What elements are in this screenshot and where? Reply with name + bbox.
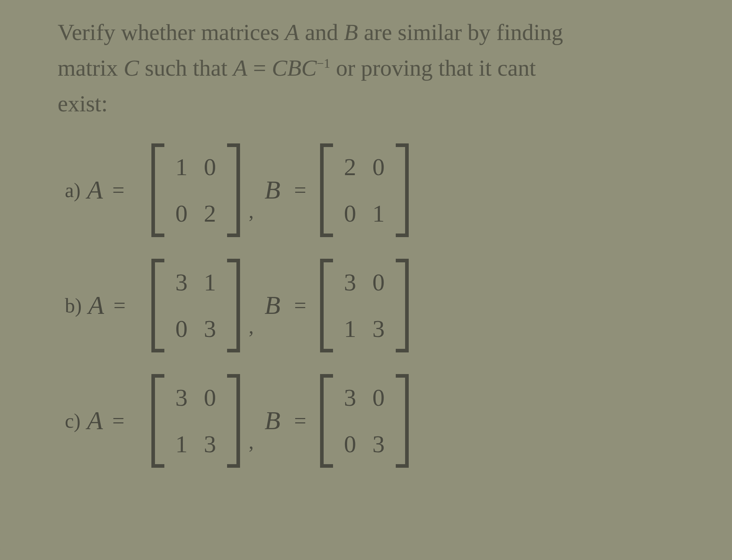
matrix-cell: 0 [176, 316, 188, 341]
eq-equals: = [247, 55, 272, 81]
matrix-cell: 0 [176, 201, 188, 226]
bracket-right-icon [226, 374, 240, 468]
bracket-right-icon [395, 374, 409, 468]
matrix-A: 3 1 0 3 [151, 259, 240, 352]
bracket-left-icon [320, 374, 334, 468]
bracket-right-icon [226, 143, 240, 237]
prompt-text: Verify whether matrices [58, 19, 285, 45]
prompt-text: exist: [58, 91, 108, 116]
item-label: a) A = [65, 175, 141, 205]
equals-sign: = [291, 178, 309, 203]
matrix-var-B: B [265, 175, 280, 205]
equals-sign: = [110, 178, 128, 203]
equals-sign: = [291, 293, 309, 318]
matrix-cell: 3 [204, 316, 216, 341]
matrix-cell: 1 [204, 270, 216, 294]
bracket-left-icon [320, 143, 334, 237]
bracket-left-icon [320, 259, 334, 352]
eq-A: A [233, 55, 247, 81]
problem-list: a) A = 1 0 0 2 , B = 2 0 [58, 143, 674, 468]
prompt-text: and [299, 19, 344, 45]
prompt-text: such that [139, 55, 233, 81]
matrix-var-B: B [265, 290, 280, 320]
matrix-cell: 3 [176, 385, 188, 410]
matrix-cell: 3 [344, 270, 356, 294]
matrix-cell: 0 [372, 155, 385, 179]
part-letter: b) [65, 294, 82, 317]
matrix-var-A: A [88, 290, 104, 320]
matrix-cell: 1 [176, 155, 188, 179]
matrix-cell: 2 [344, 155, 356, 179]
matrix-cell: 1 [344, 316, 356, 341]
matrix-cell: 3 [176, 270, 188, 294]
matrix-B: 2 0 0 1 [320, 143, 409, 237]
prompt-text: matrix [58, 55, 124, 81]
part-letter: c) [65, 409, 81, 432]
matrix-cell: 0 [344, 201, 356, 226]
matrix-cell: 0 [372, 270, 385, 294]
problem-item-b: b) A = 3 1 0 3 , B = 3 0 [65, 259, 674, 352]
bracket-left-icon [151, 374, 165, 468]
eq-CBC: CBC [272, 55, 316, 81]
comma: , [249, 200, 254, 223]
equals-sign: = [110, 408, 128, 433]
eq-exponent: −1 [317, 57, 330, 71]
matrix-cell: 1 [176, 432, 188, 456]
matrix-cell: 3 [372, 316, 385, 341]
item-label: c) A = [65, 406, 141, 436]
part-letter: a) [65, 179, 81, 202]
matrix-cell: 2 [204, 201, 216, 226]
matrix-B: 3 0 1 3 [320, 259, 409, 352]
matrix-B: 3 0 0 3 [320, 374, 409, 468]
prompt-text: are similar by finding [358, 19, 563, 45]
page-content: Verify whether matrices A and B are simi… [58, 14, 674, 468]
problem-item-c: c) A = 3 0 1 3 , B = 3 0 [65, 374, 674, 468]
matrix-cell: 0 [204, 155, 216, 179]
equals-sign: = [111, 293, 129, 318]
matrix-cell: 1 [372, 201, 385, 226]
prompt-text: or proving that it cant [330, 55, 536, 81]
equals-sign: = [291, 408, 309, 433]
var-C: C [124, 55, 139, 81]
matrix-cell: 0 [372, 385, 385, 410]
matrix-cell: 0 [204, 385, 216, 410]
matrix-cell: 0 [344, 432, 356, 456]
comma: , [249, 315, 254, 338]
problem-item-a: a) A = 1 0 0 2 , B = 2 0 [65, 143, 674, 237]
bracket-left-icon [151, 259, 165, 352]
matrix-var-B: B [265, 406, 280, 436]
problem-prompt: Verify whether matrices A and B are simi… [58, 14, 674, 122]
matrix-A: 3 0 1 3 [151, 374, 240, 468]
matrix-cell: 3 [204, 432, 216, 456]
var-A: A [285, 19, 299, 45]
comma: , [249, 430, 254, 453]
bracket-left-icon [151, 143, 165, 237]
matrix-A: 1 0 0 2 [151, 143, 240, 237]
matrix-cell: 3 [372, 432, 385, 456]
matrix-var-A: A [87, 175, 103, 205]
item-label: b) A = [65, 290, 141, 320]
bracket-right-icon [395, 143, 409, 237]
bracket-right-icon [395, 259, 409, 352]
matrix-cell: 3 [344, 385, 356, 410]
matrix-var-A: A [87, 406, 103, 436]
var-B: B [344, 19, 358, 45]
bracket-right-icon [226, 259, 240, 352]
